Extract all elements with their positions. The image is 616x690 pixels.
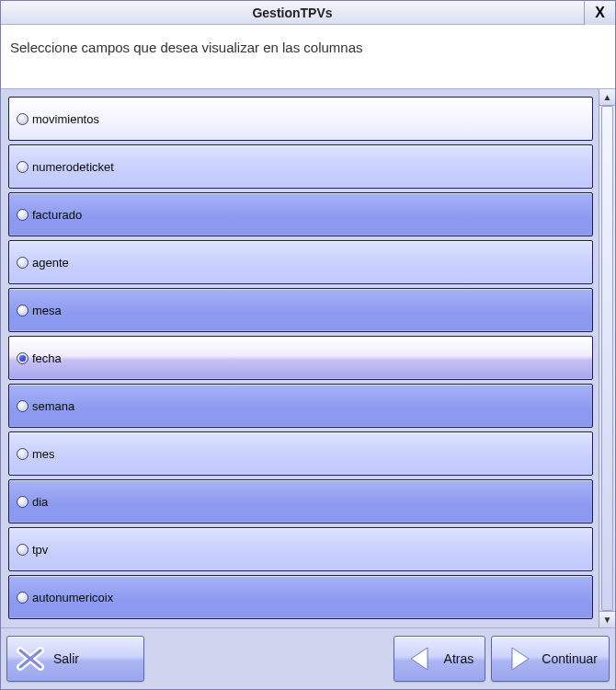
exit-button[interactable]: Salir bbox=[6, 636, 144, 682]
list-item-label: numerodeticket bbox=[32, 160, 114, 174]
title-bar: GestionTPVs X bbox=[1, 1, 615, 25]
exit-button-label: Salir bbox=[53, 651, 79, 666]
radio-icon[interactable] bbox=[17, 161, 29, 173]
radio-icon[interactable] bbox=[17, 257, 29, 269]
scroll-thumb[interactable] bbox=[601, 106, 613, 611]
bottom-bar: Salir Atras Continuar bbox=[1, 628, 615, 689]
scroll-down-button[interactable]: ▼ bbox=[599, 611, 615, 627]
list-item-label: facturado bbox=[32, 208, 82, 222]
radio-icon[interactable] bbox=[17, 352, 29, 364]
dialog-window: GestionTPVs X Seleccione campos que dese… bbox=[0, 0, 616, 690]
window-close-button[interactable]: X bbox=[584, 1, 615, 25]
list-item[interactable]: autonumericoix bbox=[8, 575, 593, 619]
continue-button-label: Continuar bbox=[542, 651, 598, 666]
list-item-label: tpv bbox=[32, 543, 48, 557]
svg-marker-1 bbox=[512, 648, 529, 670]
radio-icon[interactable] bbox=[17, 305, 29, 316]
svg-marker-0 bbox=[411, 648, 428, 670]
list-item[interactable]: numerodeticket bbox=[8, 144, 593, 189]
radio-icon[interactable] bbox=[17, 544, 29, 556]
list-item[interactable]: movimientos bbox=[8, 97, 593, 141]
list-item[interactable]: semana bbox=[8, 384, 593, 428]
list-item[interactable]: agente bbox=[8, 240, 593, 284]
radio-icon[interactable] bbox=[17, 113, 29, 125]
scroll-up-button[interactable]: ▲ bbox=[599, 89, 615, 106]
instruction-text: Seleccione campos que desea visualizar e… bbox=[1, 25, 615, 89]
radio-icon[interactable] bbox=[17, 592, 29, 604]
list-item-label: agente bbox=[32, 256, 69, 270]
list-item[interactable]: fecha bbox=[8, 336, 593, 380]
list-item[interactable]: dia bbox=[8, 479, 593, 523]
arrow-right-icon bbox=[503, 643, 534, 674]
list-item-label: movimientos bbox=[32, 112, 99, 126]
radio-icon[interactable] bbox=[17, 448, 29, 460]
list-item-label: autonumericoix bbox=[32, 591, 113, 604]
field-list: movimientosnumerodeticketfacturadoagente… bbox=[1, 89, 599, 627]
radio-icon[interactable] bbox=[17, 400, 29, 412]
list-item[interactable]: mes bbox=[8, 431, 593, 476]
radio-icon[interactable] bbox=[17, 209, 29, 221]
back-button[interactable]: Atras bbox=[394, 636, 486, 682]
list-item[interactable]: mesa bbox=[8, 288, 593, 332]
vertical-scrollbar[interactable]: ▲ ▼ bbox=[599, 89, 615, 627]
arrow-left-icon bbox=[405, 643, 437, 674]
back-button-label: Atras bbox=[444, 651, 474, 666]
window-title: GestionTPVs bbox=[1, 6, 584, 20]
continue-button[interactable]: Continuar bbox=[491, 636, 610, 682]
list-item-label: semana bbox=[32, 399, 74, 413]
field-list-container: movimientosnumerodeticketfacturadoagente… bbox=[1, 89, 615, 628]
list-item[interactable]: tpv bbox=[8, 527, 593, 571]
radio-icon[interactable] bbox=[17, 496, 29, 508]
scroll-track[interactable] bbox=[599, 106, 615, 611]
exit-x-icon bbox=[15, 643, 46, 674]
list-item-label: mesa bbox=[32, 304, 62, 317]
list-item-label: fecha bbox=[32, 351, 62, 365]
list-item-label: dia bbox=[32, 495, 48, 509]
list-item[interactable]: facturado bbox=[8, 192, 593, 236]
list-item-label: mes bbox=[32, 447, 55, 461]
